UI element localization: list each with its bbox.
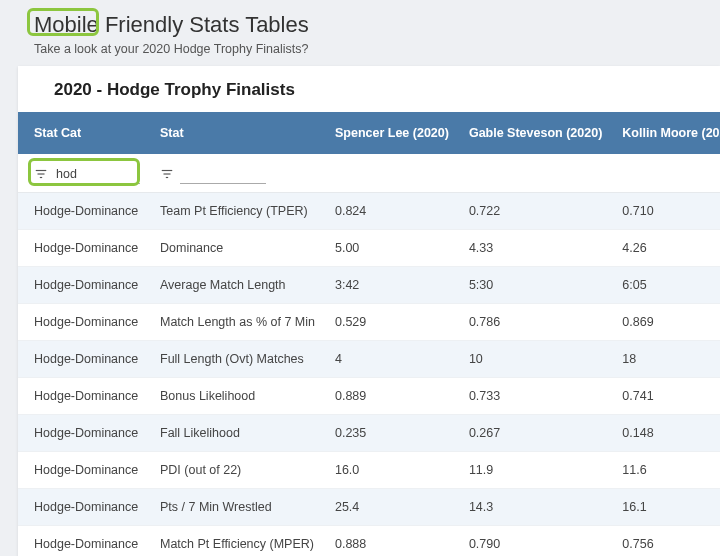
value-cell: 0.790 xyxy=(459,526,612,557)
value-cell: 0.888 xyxy=(325,526,459,557)
stat-cat-cell: Hodge-Dominance xyxy=(18,415,150,452)
card-title: 2020 - Hodge Trophy Finalists xyxy=(18,66,720,112)
value-cell: 3:42 xyxy=(325,267,459,304)
stat-cat-cell: Hodge-Dominance xyxy=(18,230,150,267)
table-row[interactable]: Hodge-DominancePDI (out of 22)16.011.911… xyxy=(18,452,720,489)
value-cell: 4.26 xyxy=(612,230,720,267)
filter-stat-input[interactable] xyxy=(180,164,266,184)
table-row[interactable]: Hodge-DominanceBonus Likelihood0.8890.73… xyxy=(18,378,720,415)
value-cell: 4 xyxy=(325,341,459,378)
value-cell: 4.33 xyxy=(459,230,612,267)
stat-cat-cell: Hodge-Dominance xyxy=(18,341,150,378)
page-title-text: Mobile Friendly Stats Tables xyxy=(34,12,309,37)
table-row[interactable]: Hodge-DominanceFall Likelihood0.2350.267… xyxy=(18,415,720,452)
filter-row xyxy=(18,154,720,193)
value-cell: 0.756 xyxy=(612,526,720,557)
stat-name-cell: Bonus Likelihood xyxy=(150,378,325,415)
stat-name-cell: Fall Likelihood xyxy=(150,415,325,452)
page-title: Mobile Friendly Stats Tables xyxy=(12,12,720,38)
stat-cat-cell: Hodge-Dominance xyxy=(18,378,150,415)
stat-cat-cell: Hodge-Dominance xyxy=(18,267,150,304)
stat-cat-cell: Hodge-Dominance xyxy=(18,452,150,489)
header-gable-steveson[interactable]: Gable Steveson (2020) xyxy=(459,112,612,154)
value-cell: 11.9 xyxy=(459,452,612,489)
value-cell: 0.267 xyxy=(459,415,612,452)
value-cell: 0.741 xyxy=(612,378,720,415)
value-cell: 5.00 xyxy=(325,230,459,267)
value-cell: 0.235 xyxy=(325,415,459,452)
value-cell: 14.3 xyxy=(459,489,612,526)
stat-cat-cell: Hodge-Dominance xyxy=(18,304,150,341)
value-cell: 0.529 xyxy=(325,304,459,341)
table-row[interactable]: Hodge-DominanceMatch Pt Efficiency (MPER… xyxy=(18,526,720,557)
table-row[interactable]: Hodge-DominanceAverage Match Length3:425… xyxy=(18,267,720,304)
table-row[interactable]: Hodge-DominanceMatch Length as % of 7 Mi… xyxy=(18,304,720,341)
stat-name-cell: Dominance xyxy=(150,230,325,267)
value-cell: 0.722 xyxy=(459,193,612,230)
stat-name-cell: PDI (out of 22) xyxy=(150,452,325,489)
table-row[interactable]: Hodge-DominanceTeam Pt Efficiency (TPER)… xyxy=(18,193,720,230)
value-cell: 25.4 xyxy=(325,489,459,526)
stat-name-cell: Match Pt Efficiency (MPER) xyxy=(150,526,325,557)
table-row[interactable]: Hodge-DominancePts / 7 Min Wrestled25.41… xyxy=(18,489,720,526)
stat-name-cell: Match Length as % of 7 Min xyxy=(150,304,325,341)
value-cell: 0.733 xyxy=(459,378,612,415)
stat-name-cell: Average Match Length xyxy=(150,267,325,304)
header-spencer-lee[interactable]: Spencer Lee (2020) xyxy=(325,112,459,154)
stat-cat-cell: Hodge-Dominance xyxy=(18,193,150,230)
value-cell: 11.6 xyxy=(612,452,720,489)
header-kollin-moore[interactable]: Kollin Moore (2020) xyxy=(612,112,720,154)
value-cell: 16.1 xyxy=(612,489,720,526)
value-cell: 16.0 xyxy=(325,452,459,489)
value-cell: 0.710 xyxy=(612,193,720,230)
stats-card: 2020 - Hodge Trophy Finalists Stat Cat S… xyxy=(18,66,720,556)
value-cell: 0.869 xyxy=(612,304,720,341)
header-stat-cat[interactable]: Stat Cat xyxy=(18,112,150,154)
page-subtitle: Take a look at your 2020 Hodge Trophy Fi… xyxy=(12,42,720,56)
value-cell: 0.786 xyxy=(459,304,612,341)
table-row[interactable]: Hodge-DominanceDominance5.004.334.26 xyxy=(18,230,720,267)
stat-name-cell: Full Length (Ovt) Matches xyxy=(150,341,325,378)
filter-icon[interactable] xyxy=(160,167,174,181)
filter-icon[interactable] xyxy=(34,167,48,181)
filter-stat-cat-input[interactable] xyxy=(54,164,140,184)
value-cell: 6:05 xyxy=(612,267,720,304)
value-cell: 10 xyxy=(459,341,612,378)
header-stat[interactable]: Stat xyxy=(150,112,325,154)
stat-cat-cell: Hodge-Dominance xyxy=(18,526,150,557)
table-row[interactable]: Hodge-DominanceFull Length (Ovt) Matches… xyxy=(18,341,720,378)
stats-table: Stat Cat Stat Spencer Lee (2020) Gable S… xyxy=(18,112,720,556)
stat-name-cell: Pts / 7 Min Wrestled xyxy=(150,489,325,526)
value-cell: 0.824 xyxy=(325,193,459,230)
value-cell: 18 xyxy=(612,341,720,378)
value-cell: 5:30 xyxy=(459,267,612,304)
stat-name-cell: Team Pt Efficiency (TPER) xyxy=(150,193,325,230)
header-row: Stat Cat Stat Spencer Lee (2020) Gable S… xyxy=(18,112,720,154)
stat-cat-cell: Hodge-Dominance xyxy=(18,489,150,526)
value-cell: 0.889 xyxy=(325,378,459,415)
value-cell: 0.148 xyxy=(612,415,720,452)
